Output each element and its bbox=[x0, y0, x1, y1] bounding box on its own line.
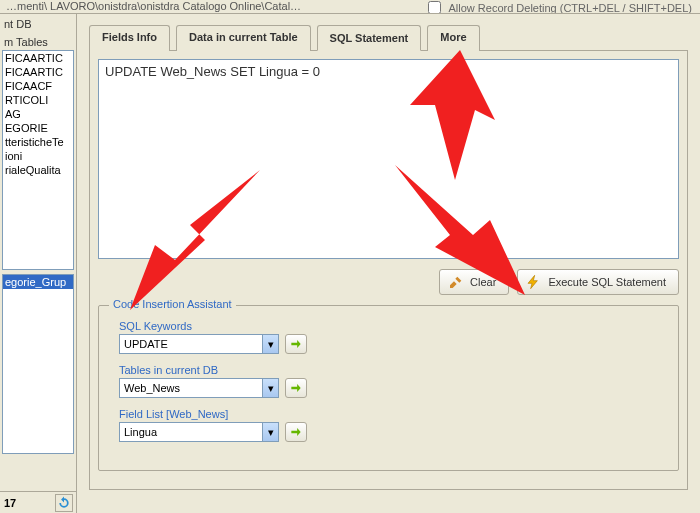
allow-delete-check[interactable]: Allow Record Deleting (CTRL+DEL / SHIFT+… bbox=[424, 0, 692, 14]
current-db-label: nt DB bbox=[0, 14, 76, 32]
tab-panel: Clear Execute SQL Statement Code Inserti… bbox=[89, 50, 688, 490]
list-item[interactable]: FICAARTIC bbox=[3, 65, 73, 79]
execute-sql-button[interactable]: Execute SQL Statement bbox=[517, 269, 679, 295]
list-item[interactable]: FICAACF bbox=[3, 79, 73, 93]
tables-value: Web_News bbox=[124, 382, 180, 394]
tables-field: Tables in current DB Web_News ▾ bbox=[119, 364, 658, 398]
arrow-right-icon bbox=[289, 425, 303, 439]
clear-button[interactable]: Clear bbox=[439, 269, 509, 295]
list-item[interactable]: ioni bbox=[3, 149, 73, 163]
tabs: Fields Info Data in current Table SQL St… bbox=[89, 24, 688, 50]
keywords-label: SQL Keywords bbox=[119, 320, 658, 332]
tab-fields-info[interactable]: Fields Info bbox=[89, 25, 170, 51]
allow-delete-label: Allow Record Deleting (CTRL+DEL / SHIFT+… bbox=[448, 2, 692, 14]
list-item[interactable]: RTICOLI bbox=[3, 93, 73, 107]
tables-combo-label: Tables in current DB bbox=[119, 364, 658, 376]
brush-icon bbox=[448, 274, 464, 290]
action-row: Clear Execute SQL Statement bbox=[98, 269, 679, 295]
path-bar: …menti\ LAVORO\onistdra\onistdra Catalog… bbox=[0, 0, 700, 14]
arrow-right-icon bbox=[289, 337, 303, 351]
insert-keyword-button[interactable] bbox=[285, 334, 307, 354]
system-tables-label: m Tables bbox=[0, 32, 76, 50]
list-item-selected[interactable]: egorie_Grup bbox=[3, 275, 73, 289]
execute-label: Execute SQL Statement bbox=[548, 276, 666, 288]
tables-list-1[interactable]: FICAARTIC FICAARTIC FICAACF RTICOLI AG E… bbox=[2, 50, 74, 270]
refresh-button[interactable] bbox=[55, 494, 73, 512]
fields-field: Field List [Web_News] Lingua ▾ bbox=[119, 408, 658, 442]
tables-list-2[interactable]: egorie_Grup bbox=[2, 274, 74, 454]
insert-field-button[interactable] bbox=[285, 422, 307, 442]
tables-combo[interactable]: Web_News ▾ bbox=[119, 378, 279, 398]
left-pane: nt DB m Tables FICAARTIC FICAARTIC FICAA… bbox=[0, 14, 77, 513]
list-item[interactable]: rialeQualita bbox=[3, 163, 73, 177]
refresh-icon bbox=[57, 496, 71, 510]
insert-table-button[interactable] bbox=[285, 378, 307, 398]
fields-combo[interactable]: Lingua ▾ bbox=[119, 422, 279, 442]
keywords-combo[interactable]: UPDATE ▾ bbox=[119, 334, 279, 354]
list-item[interactable]: AG bbox=[3, 107, 73, 121]
group-legend: Code Insertion Assistant bbox=[109, 298, 236, 310]
left-footer: 17 bbox=[0, 491, 77, 513]
list-item[interactable]: tteristicheTe bbox=[3, 135, 73, 149]
tab-data-in-table[interactable]: Data in current Table bbox=[176, 25, 311, 51]
lightning-icon bbox=[526, 274, 542, 290]
tab-sql-statement[interactable]: SQL Statement bbox=[317, 25, 422, 51]
chevron-down-icon: ▾ bbox=[262, 379, 278, 397]
tab-more[interactable]: More bbox=[427, 25, 479, 51]
chevron-down-icon: ▾ bbox=[262, 423, 278, 441]
keywords-field: SQL Keywords UPDATE ▾ bbox=[119, 320, 658, 354]
list-item[interactable]: EGORIE bbox=[3, 121, 73, 135]
right-pane: Fields Info Data in current Table SQL St… bbox=[77, 14, 700, 513]
table-count: 17 bbox=[4, 497, 16, 509]
allow-delete-checkbox[interactable] bbox=[428, 1, 441, 14]
clear-label: Clear bbox=[470, 276, 496, 288]
fields-value: Lingua bbox=[124, 426, 157, 438]
path-text: …menti\ LAVORO\onistdra\onistdra Catalog… bbox=[6, 0, 301, 12]
arrow-right-icon bbox=[289, 381, 303, 395]
chevron-down-icon: ▾ bbox=[262, 335, 278, 353]
sql-text-area[interactable] bbox=[98, 59, 679, 259]
list-item[interactable]: FICAARTIC bbox=[3, 51, 73, 65]
fields-combo-label: Field List [Web_News] bbox=[119, 408, 658, 420]
code-insertion-group: Code Insertion Assistant SQL Keywords UP… bbox=[98, 305, 679, 471]
keywords-value: UPDATE bbox=[124, 338, 168, 350]
